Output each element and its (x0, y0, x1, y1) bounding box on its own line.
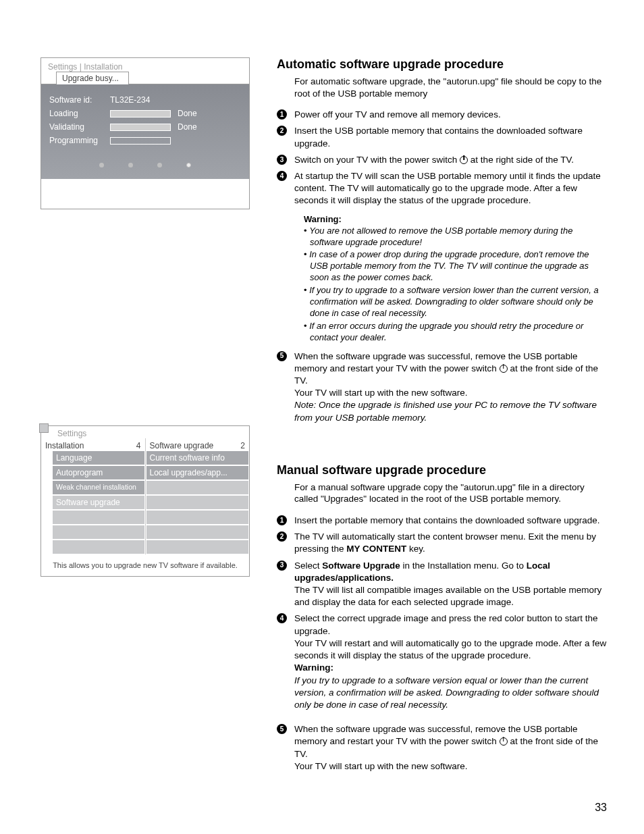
text: Your TV will restart and will automatica… (294, 638, 606, 660)
auto-step-2: Insert the USB portable memory that cont… (277, 125, 607, 149)
text: Switch on your TV with the power switch (294, 155, 460, 165)
power-icon (460, 156, 468, 164)
warning-block: Warning: You are not allowed to remove t… (304, 214, 607, 344)
validating-progress (110, 124, 171, 131)
programming-label: Programming (49, 136, 103, 145)
menu-item-local-upgrades[interactable]: Local upgrades/app... (146, 465, 250, 480)
menu-item-language[interactable]: Language (52, 450, 145, 465)
menu-item-software-upgrade[interactable]: Software upgrade (52, 495, 145, 510)
text: in the Installation menu. Go to (400, 561, 527, 571)
menu-item-empty (52, 525, 145, 540)
note: Note: Once the upgrade is finished use y… (294, 400, 597, 422)
manual-step-2: The TV will automatically start the cont… (277, 531, 607, 555)
warning-item: In case of a power drop during the upgra… (304, 249, 607, 284)
text: Your TV will start up with the new softw… (294, 761, 468, 771)
manual-step-1: Insert the portable memory that contains… (277, 515, 607, 527)
text: Your TV will start up with the new softw… (294, 388, 468, 398)
warning-item: If an error occurs during the upgrade yo… (304, 321, 607, 344)
settings-heading: Settings (41, 426, 249, 438)
warning-item: You are not allowed to remove the USB po… (304, 226, 607, 249)
menu-hint: This allows you to upgrade new TV softwa… (41, 554, 249, 576)
software-id-label: Software id: (49, 95, 103, 105)
manual-step-3: Select Software Upgrade in the Installat… (277, 560, 607, 609)
manual-step-4: Select the correct upgrade image and pre… (277, 613, 607, 711)
menu-icon (41, 425, 49, 433)
auto-heading: Automatic software upgrade procedure (277, 57, 607, 72)
validating-label: Validating (49, 122, 103, 132)
text: Software Upgrade (322, 561, 400, 571)
validating-status: Done (178, 122, 205, 132)
text: The TV will list all compatible images a… (294, 585, 601, 607)
menu-item-current-info[interactable]: Current software info (146, 450, 250, 465)
menu-item-empty (146, 510, 250, 525)
page-number: 33 (595, 802, 607, 814)
auto-step-4: At startup the TV will scan the USB port… (277, 170, 607, 207)
text: at the right side of the TV. (468, 155, 574, 165)
menu-item-empty (146, 495, 250, 510)
power-icon (500, 365, 508, 373)
manual-heading: Manual software upgrade procedure (277, 463, 607, 477)
menu-item-autoprogram[interactable]: Autoprogram (52, 465, 145, 480)
settings-menu: Settings Installation 4 Language Autopro… (41, 425, 250, 577)
warning-item: If you try to upgrade to a software vers… (304, 285, 607, 319)
auto-step-5: When the software upgrade was successful… (277, 350, 607, 424)
warning-text: If you try to upgrade to a software vers… (294, 675, 599, 710)
auto-step-1: Power off your TV and remove all memory … (277, 109, 607, 121)
auto-intro: For automatic software upgrade, the "aut… (294, 76, 607, 99)
dot-icon (186, 163, 191, 167)
loading-status: Done (178, 109, 205, 118)
software-upgrade-count: 2 (240, 441, 245, 450)
menu-item-empty (52, 510, 145, 525)
warning-title: Warning: (304, 214, 607, 224)
dot-icon (157, 163, 162, 167)
text: Select the correct upgrade image and pre… (294, 613, 598, 635)
loading-label: Loading (49, 109, 103, 118)
menu-item-empty (146, 525, 250, 540)
software-upgrade-header: Software upgrade (150, 441, 241, 450)
dot-icon (99, 163, 104, 167)
text: The TV will automatically start the cont… (294, 531, 596, 554)
key-name: MY CONTENT (346, 544, 406, 554)
text: Select (294, 561, 322, 571)
menu-item-empty (146, 480, 250, 495)
installation-header: Installation (45, 441, 136, 450)
menu-item-empty (52, 540, 145, 554)
upgrade-busy-tab: Upgrade busy... (56, 72, 129, 84)
dot-icon (128, 163, 133, 167)
breadcrumb: Settings | Installation (41, 58, 249, 72)
auto-step-3: Switch on your TV with the power switch … (277, 154, 607, 166)
upgrade-busy-dialog: Settings | Installation Upgrade busy... … (41, 57, 250, 209)
programming-progress (110, 137, 171, 145)
menu-item-weak-channel[interactable]: Weak channel installation (52, 480, 145, 495)
power-icon (500, 737, 508, 746)
software-id-value: TL32E-234 (110, 95, 164, 105)
manual-intro: For a manual software upgrade copy the "… (294, 481, 607, 505)
text: key. (406, 544, 425, 554)
menu-item-empty (146, 540, 250, 554)
manual-step-5: When the software upgrade was successful… (277, 723, 607, 773)
loading-progress (110, 110, 171, 118)
warning-title: Warning: (294, 662, 333, 673)
installation-count: 4 (136, 441, 141, 450)
